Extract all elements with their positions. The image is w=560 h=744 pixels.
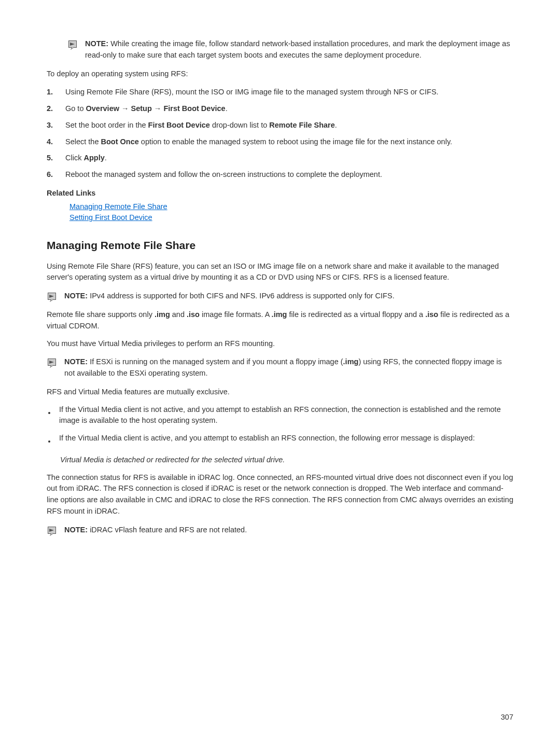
note-label: NOTE: — [64, 357, 90, 366]
para-text: and — [170, 310, 187, 319]
note-block-vflash: NOTE: iDRAC vFlash feature and RFS are n… — [47, 525, 513, 536]
step-bold: Boot Once — [101, 137, 139, 146]
related-links-list: Managing Remote File Share Setting First… — [69, 201, 513, 224]
para-text: Remote file share supports only — [47, 310, 155, 319]
paragraph-mutually-exclusive: RFS and Virtual Media features are mutua… — [47, 387, 513, 398]
step-2: 2. Go to Overview → Setup → First Boot D… — [47, 103, 513, 115]
step-bold: Remote File Share — [269, 121, 335, 129]
note-icon — [47, 357, 57, 368]
note-label: NOTE: — [64, 292, 90, 300]
link-managing-remote-file-share[interactable]: Managing Remote File Share — [69, 202, 167, 211]
step-number: 4. — [47, 136, 58, 148]
note-block-ipv4: NOTE: IPv4 address is supported for both… — [47, 291, 513, 302]
step-6: 6. Reboot the managed system and follow … — [47, 169, 513, 181]
step-body: Set the boot order in the First Boot Dev… — [65, 120, 513, 131]
bullet-icon — [47, 436, 52, 447]
step-bold: Apply — [83, 154, 104, 162]
step-body: Go to Overview → Setup → First Boot Devi… — [65, 103, 513, 115]
para-bold: .img — [155, 310, 170, 319]
para-text: image file formats. A — [200, 310, 272, 319]
deploy-steps-list: 1. Using Remote File Share (RFS), mount … — [47, 87, 513, 181]
bullet-item-1: If the Virtual Media client is not activ… — [47, 404, 513, 427]
note-block-esxi: NOTE: If ESXi is running on the managed … — [47, 356, 513, 379]
section-heading-managing-rfs: Managing Remote File Share — [47, 237, 513, 254]
note-text-vflash: NOTE: iDRAC vFlash feature and RFS are n… — [64, 525, 513, 536]
bullet-item-2: If the Virtual Media client is active, a… — [47, 433, 513, 447]
step-number: 2. — [47, 103, 58, 115]
step-body: Select the Boot Once option to enable th… — [65, 136, 513, 148]
related-links: Related Links Managing Remote File Share… — [47, 188, 513, 224]
step-bold: Overview → Setup → First Boot Device — [86, 104, 226, 113]
step-text: . — [335, 121, 337, 129]
note-label: NOTE: — [64, 526, 90, 534]
para-bold: .iso — [187, 310, 200, 319]
note-icon — [67, 39, 78, 50]
bullet-body: If the Virtual Media client is active, a… — [59, 433, 513, 444]
step-text: Go to — [65, 104, 86, 113]
step-text: Click — [65, 154, 83, 162]
step-5: 5. Click Apply. — [47, 153, 513, 164]
link-setting-first-boot-device[interactable]: Setting First Boot Device — [69, 213, 152, 222]
step-number: 1. — [47, 87, 58, 98]
rfs-bullet-list: If the Virtual Media client is not activ… — [47, 404, 513, 447]
note-icon — [47, 526, 57, 536]
note-text-esxi: NOTE: If ESXi is running on the managed … — [64, 356, 513, 379]
step-text: drop-down list to — [210, 121, 269, 129]
page-number: 307 — [501, 712, 513, 723]
step-body: Using Remote File Share (RFS), mount the… — [65, 87, 513, 98]
paragraph-formats: Remote file share supports only .img and… — [47, 309, 513, 332]
step-number: 6. — [47, 169, 58, 181]
step-text: . — [226, 104, 228, 113]
note-body: iDRAC vFlash feature and RFS are not rel… — [90, 526, 247, 534]
bullet-body: If the Virtual Media client is not activ… — [59, 404, 513, 427]
step-text: Select the — [65, 137, 101, 146]
para-bold: .img — [272, 310, 287, 319]
paragraph-privileges: You must have Virtual Media privileges t… — [47, 338, 513, 350]
step-bold: First Boot Device — [148, 121, 210, 129]
step-3: 3. Set the boot order in the First Boot … — [47, 120, 513, 131]
bullet-icon — [47, 407, 52, 419]
step-number: 3. — [47, 120, 58, 131]
step-text: Set the boot order in the — [65, 121, 148, 129]
step-4: 4. Select the Boot Once option to enable… — [47, 136, 513, 148]
step-text: option to enable the managed system to r… — [139, 137, 452, 146]
note-body: If ESXi is running on the managed system… — [90, 357, 343, 366]
note-body: While creating the image file, follow st… — [85, 39, 510, 59]
note-bold: .img — [343, 357, 359, 366]
note-icon — [47, 292, 57, 302]
step-number: 5. — [47, 153, 58, 164]
note-block-1: NOTE: While creating the image file, fol… — [67, 38, 513, 61]
para-bold: .iso — [425, 310, 438, 319]
step-1: 1. Using Remote File Share (RFS), mount … — [47, 87, 513, 98]
note-text-1: NOTE: While creating the image file, fol… — [85, 38, 513, 61]
step-body: Reboot the managed system and follow the… — [65, 169, 513, 181]
paragraph-connection-status: The connection status for RFS is availab… — [47, 472, 513, 517]
note-label: NOTE: — [85, 39, 110, 48]
note-text-ipv4: NOTE: IPv4 address is supported for both… — [64, 291, 513, 302]
paragraph-rfs-intro: Using Remote File Share (RFS) feature, y… — [47, 261, 513, 284]
italic-error-message: Virtual Media is detached or redirected … — [60, 454, 513, 466]
step-body: Click Apply. — [65, 153, 513, 164]
para-text: file is redirected as a virtual floppy a… — [287, 310, 425, 319]
related-links-heading: Related Links — [47, 188, 513, 199]
step-text: . — [105, 154, 107, 162]
lead-in-text: To deploy an operating system using RFS: — [47, 68, 513, 80]
note-body: IPv4 address is supported for both CIFS … — [90, 292, 395, 300]
